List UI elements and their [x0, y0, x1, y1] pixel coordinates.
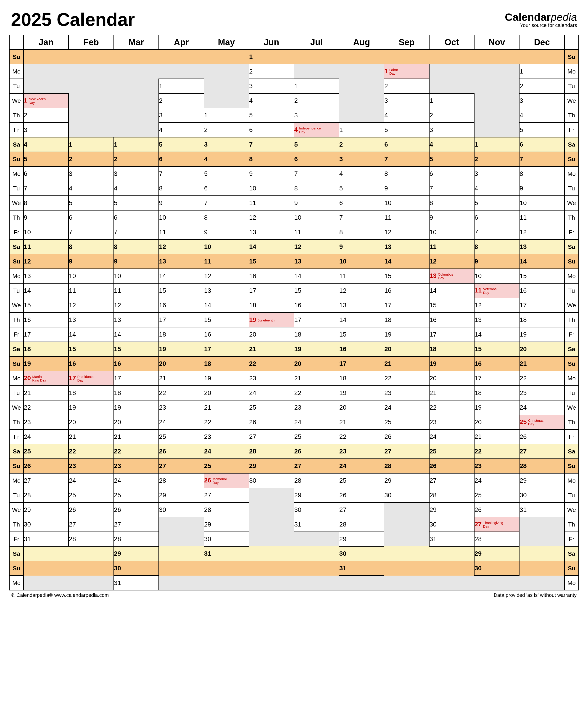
day-number: 19: [429, 360, 437, 367]
day-number: 20: [204, 389, 211, 397]
day-number: 19: [69, 404, 76, 411]
empty-cell: [339, 64, 384, 79]
day-cell: 3: [23, 123, 68, 137]
dow-label-right: Fr: [565, 532, 579, 546]
day-number: 8: [339, 229, 343, 236]
day-number: 19: [114, 404, 121, 411]
day-number: 6: [520, 141, 523, 148]
empty-cell: [384, 546, 429, 561]
calendar-table: Jan Feb Mar Apr May Jun Jul Aug Sep Oct …: [9, 35, 579, 591]
day-number: 3: [159, 112, 163, 119]
day-cell: 20: [249, 327, 294, 342]
day-cell: 29: [114, 546, 159, 561]
day-cell: 10: [519, 196, 565, 210]
day-cell: 18: [23, 342, 68, 356]
empty-cell: [474, 49, 519, 64]
day-cell: 8: [23, 196, 68, 210]
day-cell: 31: [204, 546, 249, 561]
day-cell: 27: [294, 459, 339, 473]
empty-cell: [294, 49, 339, 64]
day-number: 11: [294, 229, 301, 236]
month-header: Oct: [429, 35, 474, 49]
calendar-row: We1New Year'sDay242313We: [9, 93, 579, 108]
day-number: 9: [204, 229, 208, 236]
day-number: 1: [159, 82, 163, 90]
day-cell: 8: [519, 167, 565, 181]
day-cell: 17Presi­dents'Day: [68, 371, 113, 386]
day-cell: 31: [339, 561, 384, 576]
day-number: 6: [294, 155, 298, 163]
day-cell: 11: [339, 269, 384, 283]
day-number: 24: [384, 404, 392, 411]
day-cell: 7: [474, 225, 519, 239]
empty-cell: [23, 546, 68, 561]
day-number: 9: [520, 185, 523, 192]
day-number: 17: [384, 302, 392, 309]
day-cell: 2: [68, 152, 113, 167]
day-number: 3: [204, 141, 208, 148]
day-cell: 24: [159, 415, 204, 429]
day-cell: 20: [474, 415, 519, 429]
day-cell: 24: [339, 459, 384, 473]
day-cell: 6: [339, 196, 384, 210]
day-cell: 2: [159, 93, 204, 108]
day-cell: 2: [294, 93, 339, 108]
month-header: Mar: [114, 35, 159, 49]
day-cell: 5: [519, 123, 565, 137]
day-cell: 10: [68, 269, 113, 283]
day-cell: 22: [68, 444, 113, 459]
day-cell: 10: [429, 225, 474, 239]
day-number: 19: [339, 389, 346, 397]
day-number: 24: [204, 448, 211, 455]
dow-label-right: Fr: [565, 429, 579, 444]
day-number: 3: [24, 126, 27, 133]
day-cell: 10: [204, 239, 249, 254]
day-cell: 9: [429, 210, 474, 225]
day-cell: 16: [429, 313, 474, 327]
day-number: 1: [204, 112, 208, 119]
day-number: 17: [475, 375, 482, 382]
dow-label-left: We: [9, 400, 23, 415]
day-cell: 16: [294, 298, 339, 313]
calendar-row: Sa29313029Sa: [9, 546, 579, 561]
day-cell: 26: [519, 429, 565, 444]
day-cell: 8: [429, 196, 474, 210]
day-number: 26: [204, 477, 211, 484]
day-cell: 2: [114, 152, 159, 167]
day-number: 12: [429, 258, 437, 265]
day-cell: 29: [339, 532, 384, 546]
day-cell: 9: [294, 196, 339, 210]
calendar-row: Su522648637527Su: [9, 152, 579, 167]
day-cell: 13: [294, 254, 339, 269]
day-number: 4: [159, 126, 163, 133]
day-cell: 19: [114, 400, 159, 415]
day-number: 19: [159, 345, 166, 353]
day-cell: 18: [384, 313, 429, 327]
empty-cell: [294, 576, 339, 590]
empty-cell: [384, 532, 429, 546]
day-cell: 18: [68, 386, 113, 400]
day-number: 1: [69, 141, 72, 148]
day-cell: 31: [429, 532, 474, 546]
day-cell: 30: [23, 517, 68, 532]
dow-label-left: Fr: [9, 532, 23, 546]
day-number: 29: [429, 506, 437, 513]
day-cell: 29: [204, 517, 249, 532]
day-cell: 30: [249, 473, 294, 488]
day-number: 31: [520, 506, 527, 513]
day-number: 5: [69, 199, 72, 207]
day-cell: 3: [294, 108, 339, 123]
day-cell: 10: [294, 210, 339, 225]
day-number: 1: [249, 53, 253, 61]
day-number: 19: [520, 331, 527, 338]
day-number: 15: [69, 345, 76, 353]
day-cell: 19: [204, 371, 249, 386]
day-cell: 7: [23, 181, 68, 196]
empty-cell: [159, 532, 204, 546]
calendar-row: Su303130Su: [9, 561, 579, 576]
day-cell: 7: [114, 225, 159, 239]
day-number: 14: [159, 272, 166, 280]
empty-cell: [204, 64, 249, 79]
day-cell: 27: [159, 459, 204, 473]
day-cell: 30: [294, 503, 339, 517]
